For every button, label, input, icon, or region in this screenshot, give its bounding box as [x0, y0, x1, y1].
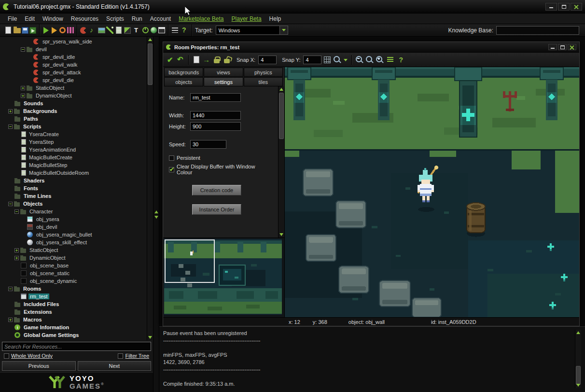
scroll-down-icon[interactable] [279, 233, 283, 236]
tree-item-obj-ysera[interactable]: obj_ysera [0, 215, 147, 223]
tree-item-staticobject[interactable]: +StaticObject [0, 84, 147, 92]
tree-item-rooms[interactable]: −Rooms [0, 285, 147, 293]
clear-room-icon[interactable] [194, 56, 199, 63]
save-project-icon[interactable] [22, 27, 28, 34]
tree-item-yseracreate[interactable]: YseraCreate [0, 130, 147, 138]
tree-item-game-information[interactable]: Game Information [0, 323, 147, 331]
tree-scroll-thumb[interactable] [148, 43, 153, 85]
run-icon[interactable] [43, 27, 49, 34]
expander-plus-icon[interactable]: + [8, 318, 13, 322]
snap-y-input[interactable] [303, 56, 321, 64]
export-project-icon[interactable] [29, 27, 36, 34]
help-icon[interactable] [180, 26, 188, 34]
tree-item-character[interactable]: −Character [0, 208, 147, 215]
settings-scroll-thumb[interactable] [279, 93, 284, 139]
tree-item-dynamicobject[interactable]: +DynamicObject [0, 254, 147, 262]
tab-views[interactable]: views [204, 68, 243, 77]
splitter-up-icon[interactable] [154, 210, 158, 213]
tree-item-scripts[interactable]: −Scripts [0, 123, 147, 130]
create-sound-icon[interactable] [88, 26, 97, 34]
tree-item-dynamicobject[interactable]: +DynamicObject [0, 92, 147, 99]
maximize-button[interactable] [558, 3, 570, 11]
tree-item-spr-devil-idle[interactable]: spr_devil_idle [0, 53, 147, 61]
expander-plus-icon[interactable]: + [8, 109, 13, 113]
tree-item-shaders[interactable]: Shaders [0, 177, 147, 184]
room-minimize-button[interactable] [548, 44, 557, 50]
create-room-icon[interactable] [158, 27, 165, 33]
expander-plus-icon[interactable]: + [21, 86, 25, 90]
tree-item-spr-devil-die[interactable]: spr_devil_die [0, 76, 147, 84]
target-select[interactable]: Windows [216, 26, 288, 35]
tree-item-global-game-settings[interactable]: Global Game Settings [0, 331, 147, 339]
sidebar-splitter[interactable] [153, 37, 159, 392]
scroll-up-icon[interactable] [148, 38, 152, 41]
room-help-icon[interactable] [396, 56, 405, 64]
tree-item-obj-scene-static[interactable]: obj_scene_static [0, 269, 147, 277]
splitter-down-icon[interactable] [154, 216, 158, 219]
creation-code-button[interactable]: Creation code [192, 185, 241, 196]
create-script-icon[interactable] [116, 27, 122, 34]
tab-backgrounds[interactable]: backgrounds [164, 68, 203, 77]
menu-account[interactable]: Account [146, 15, 175, 22]
tree-item-time-lines[interactable]: Time Lines [0, 192, 147, 200]
previous-button[interactable]: Previous [2, 361, 76, 371]
confirm-changes-icon[interactable] [166, 56, 175, 64]
create-path-icon[interactable] [106, 27, 113, 34]
tab-physics[interactable]: physics [244, 68, 283, 77]
console-scroll-thumb[interactable] [576, 366, 581, 385]
menu-resources[interactable]: Resources [67, 15, 102, 22]
tree-item-extensions[interactable]: Extensions [0, 308, 147, 316]
titlebar[interactable]: Tutorial06.project.gmx - Standard Editio… [0, 0, 585, 14]
scroll-up-icon[interactable] [576, 331, 580, 334]
room-speed-input[interactable] [190, 140, 226, 149]
create-shader-icon[interactable] [124, 27, 131, 34]
menu-player-beta[interactable]: Player Beta [228, 15, 265, 22]
lock-closed-icon[interactable] [214, 59, 220, 63]
new-project-icon[interactable] [5, 27, 11, 34]
tree-item-spr-ysera-walk-side[interactable]: spr_ysera_walk_side [0, 38, 147, 45]
room-width-input[interactable] [190, 111, 241, 120]
whole-word-checkbox[interactable] [4, 353, 9, 359]
tree-item-rm-test[interactable]: rm_test [0, 293, 147, 300]
tree-item-obj-scene-dynamic[interactable]: obj_scene_dynamic [0, 277, 147, 285]
expander-minus-icon[interactable]: − [8, 287, 13, 291]
create-sprite-icon[interactable] [80, 27, 87, 34]
tree-item-staticobject[interactable]: +StaticObject [0, 246, 147, 254]
search-input[interactable] [2, 342, 151, 351]
close-button[interactable] [571, 3, 582, 11]
tree-scrollbar[interactable] [147, 37, 153, 340]
view-zoom-icon[interactable] [333, 56, 342, 64]
room-canvas[interactable] [285, 67, 579, 317]
tree-item-obj-devil[interactable]: obj_devil [0, 223, 147, 231]
tree-item-obj-ysera-magic-bullet[interactable]: obj_ysera_magic_bullet [0, 231, 147, 238]
zoom-in-icon[interactable] [376, 56, 384, 64]
grid-toggle-icon[interactable] [324, 56, 331, 63]
dropdown-caret-icon[interactable] [279, 26, 288, 34]
room-window-titlebar[interactable]: Room Properties: rm_test [163, 42, 579, 53]
expander-minus-icon[interactable]: − [14, 210, 19, 214]
tree-item-objects[interactable]: −Objects [0, 200, 147, 208]
view-options-caret-icon[interactable] [343, 56, 348, 64]
clear-display-buffer-checkbox[interactable] [169, 167, 174, 172]
tree-item-spr-devil-attack[interactable]: spr_devil_attack [0, 69, 147, 76]
knowledge-base-input[interactable] [496, 26, 579, 35]
lock-open-icon[interactable] [224, 59, 230, 63]
menu-run[interactable]: Run [128, 15, 146, 22]
room-name-input[interactable] [190, 93, 241, 102]
scroll-up-icon[interactable] [279, 88, 283, 91]
clean-cache-icon[interactable] [59, 27, 66, 33]
console-scrollbar[interactable] [575, 330, 581, 388]
settings-scrollbar[interactable] [278, 86, 284, 238]
next-button[interactable]: Next [78, 361, 152, 371]
create-object-icon[interactable] [151, 27, 157, 33]
persistent-checkbox[interactable] [169, 155, 174, 161]
tree-item-magicbulletoutsideroom[interactable]: MagicBulletOutsideRoom [0, 169, 147, 177]
tree-item-spr-devil-walk[interactable]: spr_devil_walk [0, 61, 147, 69]
tab-settings[interactable]: settings [204, 77, 243, 86]
filter-tree-checkbox[interactable] [118, 353, 123, 359]
shift-instances-icon[interactable] [202, 56, 211, 64]
expander-plus-icon[interactable]: + [14, 248, 19, 252]
menu-scripts[interactable]: Scripts [102, 15, 128, 22]
tab-tiles[interactable]: tiles [244, 77, 283, 86]
tree-item-magicbulletstep[interactable]: MagicBulletStep [0, 161, 147, 169]
